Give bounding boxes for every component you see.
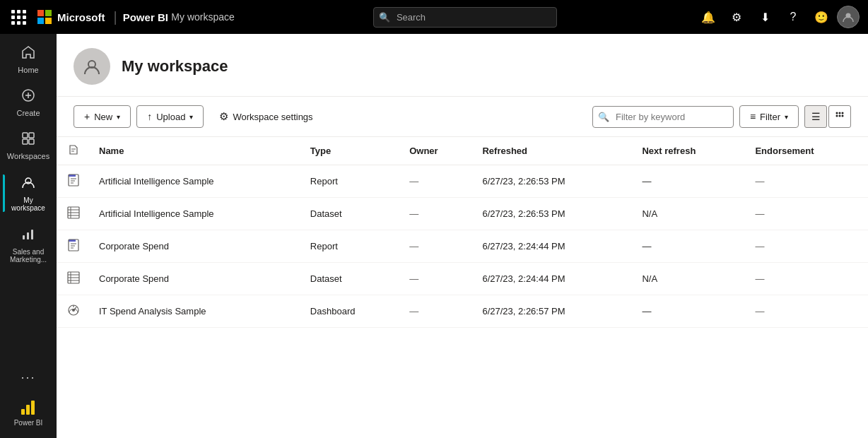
sidebar-powerbi: Power BI [14, 399, 43, 438]
workspace-settings-gear-icon: ⚙ [219, 110, 228, 123]
svg-point-14 [839, 112, 841, 114]
row-next-refresh: — [633, 295, 746, 328]
row-endorsement: — [746, 165, 868, 198]
table-row[interactable]: Corporate Spend Dataset — 6/27/23, 2:24:… [57, 263, 868, 295]
upload-label: Upload [156, 112, 185, 122]
powerbi-label: Power BI [14, 419, 43, 427]
row-next-refresh: — [633, 230, 746, 263]
notifications-button[interactable]: 🔔 [696, 4, 721, 30]
sidebar-item-workspaces[interactable]: Workspaces [3, 126, 54, 166]
user-avatar[interactable] [837, 6, 860, 28]
row-owner: — [401, 165, 474, 198]
sidebar-item-create-label: Create [16, 109, 40, 117]
powerbi-bars-icon [21, 399, 35, 415]
more-icon: ··· [20, 370, 35, 385]
upload-chevron-icon: ▾ [189, 113, 193, 121]
sidebar-item-home-label: Home [18, 66, 38, 74]
search-bar[interactable]: 🔍 [373, 7, 557, 28]
row-refreshed: 6/27/23, 2:24:44 PM [474, 263, 633, 295]
col-refreshed-header: Refreshed [474, 137, 633, 165]
filter-search-icon: 🔍 [598, 112, 609, 122]
svg-point-16 [836, 114, 838, 117]
col-type-header: Type [302, 137, 401, 165]
svg-rect-9 [23, 235, 25, 239]
workspace-header: My workspace [57, 34, 868, 97]
filter-lines-icon: ≡ [750, 111, 756, 122]
filter-chevron-icon: ▾ [785, 113, 788, 121]
svg-point-13 [836, 112, 838, 114]
create-icon [21, 88, 35, 106]
row-type: Report [302, 165, 401, 198]
brand-logo: Microsoft [37, 10, 105, 24]
feedback-button[interactable]: 🙂 [809, 4, 834, 30]
row-refreshed: 6/27/23, 2:26:53 PM [474, 165, 633, 198]
svg-rect-11 [31, 230, 33, 239]
table-row[interactable]: Corporate Spend Report — 6/27/23, 2:24:4… [57, 230, 868, 263]
sidebar-item-sales-marketing-label: Sales andMarketing... [10, 248, 47, 264]
top-navigation: Microsoft | Power BI My workspace 🔍 🔔 ⚙ … [0, 0, 868, 34]
sidebar-item-more[interactable]: ··· [3, 365, 54, 391]
workspace-settings-label: Workspace settings [233, 112, 312, 122]
sidebar-item-sales-marketing[interactable]: Sales andMarketing... [3, 220, 54, 269]
row-refreshed: 6/27/23, 2:26:53 PM [474, 198, 633, 230]
row-endorsement: — [746, 295, 868, 328]
list-view-button[interactable]: ☰ [804, 105, 827, 128]
row-icon [57, 198, 90, 230]
content-area: My workspace + New ▾ ↑ Upload ▾ ⚙ Worksp… [57, 34, 868, 438]
row-icon [57, 295, 90, 328]
row-endorsement: — [746, 263, 868, 295]
sidebar: Home Create Workspaces Myworkspace [0, 34, 57, 438]
row-owner: — [401, 230, 474, 263]
row-next-refresh: N/A [633, 263, 746, 295]
new-label: New [94, 112, 112, 122]
settings-button[interactable]: ⚙ [724, 4, 749, 30]
sidebar-item-home[interactable]: Home [3, 40, 54, 80]
items-table: Name Type Owner Refreshed Next refresh E… [57, 137, 868, 328]
svg-point-15 [842, 112, 844, 114]
table-row[interactable]: Artificial Intelligence Sample Dataset —… [57, 198, 868, 230]
search-input[interactable] [373, 7, 557, 28]
filter-keyword-input[interactable] [592, 106, 734, 128]
row-next-refresh: N/A [633, 198, 746, 230]
row-icon [57, 165, 90, 198]
table-body: Artificial Intelligence Sample Report — … [57, 165, 868, 328]
download-button[interactable]: ⬇ [752, 4, 778, 30]
upload-button[interactable]: ↑ Upload ▾ [136, 105, 204, 128]
help-button[interactable]: ? [780, 4, 806, 30]
new-chevron-icon: ▾ [117, 113, 120, 121]
grid-view-button[interactable] [828, 105, 851, 128]
col-endorsement-header: Endorsement [746, 137, 868, 165]
sales-marketing-icon [20, 226, 36, 245]
row-next-refresh: — [633, 165, 746, 198]
row-icon [57, 230, 90, 263]
filter-label: Filter [760, 112, 780, 122]
filter-group: 🔍 ≡ Filter ▾ ☰ [592, 105, 851, 128]
svg-rect-6 [23, 139, 28, 144]
row-icon [57, 263, 90, 295]
svg-point-18 [842, 114, 844, 117]
workspace-avatar [74, 48, 110, 85]
svg-rect-7 [29, 139, 34, 144]
sidebar-item-create[interactable]: Create [3, 83, 54, 123]
workspace-settings-button[interactable]: ⚙ Workspace settings [209, 105, 322, 128]
row-owner: — [401, 295, 474, 328]
toolbar: + New ▾ ↑ Upload ▾ ⚙ Workspace settings … [57, 97, 868, 137]
app-launcher-icon[interactable] [8, 7, 29, 28]
sidebar-item-my-workspace-label: Myworkspace [11, 196, 45, 212]
row-name: Artificial Intelligence Sample [90, 165, 302, 198]
microsoft-logo [37, 10, 52, 24]
row-owner: — [401, 263, 474, 295]
row-name: Corporate Spend [90, 230, 302, 263]
upload-icon: ↑ [147, 111, 152, 122]
row-type: Dataset [302, 198, 401, 230]
new-button[interactable]: + New ▾ [74, 105, 131, 128]
row-type: Dataset [302, 263, 401, 295]
grid-view-icon [835, 111, 845, 123]
filter-button[interactable]: ≡ Filter ▾ [739, 105, 799, 128]
search-icon: 🔍 [379, 12, 390, 23]
sidebar-item-my-workspace[interactable]: Myworkspace [3, 169, 54, 218]
table-row[interactable]: IT Spend Analysis Sample Dashboard — 6/2… [57, 295, 868, 328]
table-header: Name Type Owner Refreshed Next refresh E… [57, 137, 868, 165]
table-row[interactable]: Artificial Intelligence Sample Report — … [57, 165, 868, 198]
workspaces-icon [21, 131, 35, 149]
